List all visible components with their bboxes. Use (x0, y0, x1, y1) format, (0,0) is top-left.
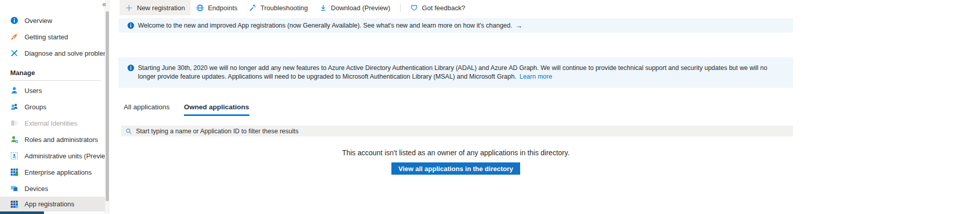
enterprise-apps-icon (10, 168, 18, 176)
command-bar: New registration Endpoints Troubleshooti… (109, 0, 980, 15)
sidebar-item-label: Groups (25, 103, 46, 111)
filter-input[interactable] (136, 128, 793, 135)
globe-icon (196, 4, 204, 12)
sidebar-item-roles[interactable]: Roles and administrators (0, 131, 105, 148)
got-feedback-button[interactable]: Got feedback? (405, 0, 471, 15)
sidebar-item-label: Users (25, 87, 42, 94)
wrench-icon (249, 4, 256, 12)
roles-icon (10, 135, 18, 144)
sidebar-item-diagnose[interactable]: Diagnose and solve problems (0, 45, 105, 61)
view-all-applications-button[interactable]: View all applications in the directory (391, 162, 520, 175)
arrow-right-icon[interactable]: → (516, 21, 523, 30)
sidebar-item-app-registrations[interactable]: App registrations (0, 197, 105, 211)
heart-icon (410, 4, 418, 12)
sidebar-item-label: Diagnose and solve problems (25, 50, 112, 57)
download-preview-label: Download (Preview) (331, 4, 390, 12)
welcome-banner: Welcome to the new and improved App regi… (119, 18, 793, 33)
sidebar-section-manage: Manage (10, 69, 35, 77)
endpoints-label: Endpoints (208, 4, 238, 12)
scrollbar-thumb[interactable] (106, 11, 109, 201)
app-registrations-icon (10, 200, 18, 208)
got-feedback-label: Got feedback? (422, 4, 465, 12)
app-registrations-page: Overview Getting started Diagnose and so… (0, 0, 980, 214)
admin-units-icon (10, 152, 18, 160)
sidebar-item-external-identities[interactable]: External Identities (0, 115, 105, 131)
rocket-icon (10, 33, 18, 41)
info-icon (10, 16, 18, 25)
sidebar-divider (10, 80, 101, 81)
sidebar-item-enterprise-applications[interactable]: Enterprise applications (0, 164, 105, 180)
main-content: New registration Endpoints Troubleshooti… (109, 0, 980, 214)
deprecation-text: Starting June 30th, 2020 we will no long… (138, 64, 767, 80)
download-preview-button[interactable]: Download (Preview) (314, 0, 396, 15)
empty-state-message: This account isn't listed as an owner of… (119, 149, 793, 157)
new-registration-button[interactable]: New registration (120, 0, 191, 15)
download-icon (319, 4, 327, 12)
tab-owned-applications[interactable]: Owned applications (184, 103, 249, 116)
tab-all-applications[interactable]: All applications (124, 103, 170, 116)
sidebar-item-devices[interactable]: Devices (0, 180, 105, 197)
sidebar-item-label: Getting started (25, 33, 68, 41)
sidebar-item-label: Overview (25, 17, 52, 25)
application-tabs: All applications Owned applications (124, 103, 249, 116)
sidebar-item-overview[interactable]: Overview (0, 12, 105, 29)
user-icon (10, 86, 18, 94)
troubleshooting-button[interactable]: Troubleshooting (243, 0, 314, 15)
sidebar-item-label: External Identities (25, 120, 77, 127)
sidebar: Overview Getting started Diagnose and so… (0, 0, 105, 214)
sidebar-partial-item (0, 211, 44, 214)
search-icon (125, 128, 132, 135)
deprecation-banner: Starting June 30th, 2020 we will no long… (119, 57, 793, 88)
sidebar-item-label: Administrative units (Preview) (25, 152, 112, 160)
plus-icon (125, 4, 133, 12)
deprecation-banner-text: Starting June 30th, 2020 we will no long… (138, 64, 772, 81)
devices-icon (10, 184, 18, 193)
external-identities-icon (10, 119, 18, 127)
sidebar-item-groups[interactable]: Groups (0, 99, 105, 115)
sidebar-item-getting-started[interactable]: Getting started (0, 29, 105, 45)
sidebar-item-label: App registrations (25, 200, 75, 208)
info-banner-icon (127, 22, 134, 29)
collapse-sidebar-icon[interactable]: « (100, 0, 108, 8)
info-banner-icon (127, 64, 134, 72)
empty-state: This account isn't listed as an owner of… (119, 149, 793, 175)
tools-icon (10, 49, 18, 57)
sidebar-item-label: Enterprise applications (25, 169, 92, 176)
filter-searchbox[interactable] (121, 126, 793, 136)
sidebar-item-users[interactable]: Users (0, 82, 105, 99)
users-group-icon (10, 103, 18, 111)
troubleshooting-label: Troubleshooting (261, 4, 308, 12)
new-registration-label: New registration (137, 4, 185, 12)
endpoints-button[interactable]: Endpoints (191, 0, 243, 15)
welcome-banner-text: Welcome to the new and improved App regi… (138, 21, 512, 30)
sidebar-item-label: Roles and administrators (25, 136, 98, 144)
sidebar-item-administrative-units[interactable]: Administrative units (Preview) (0, 148, 105, 164)
sidebar-item-label: Devices (25, 185, 48, 193)
sidebar-scrollbar[interactable] (105, 0, 109, 214)
learn-more-link[interactable]: Learn more (520, 73, 552, 80)
toolbar-divider (400, 4, 401, 12)
